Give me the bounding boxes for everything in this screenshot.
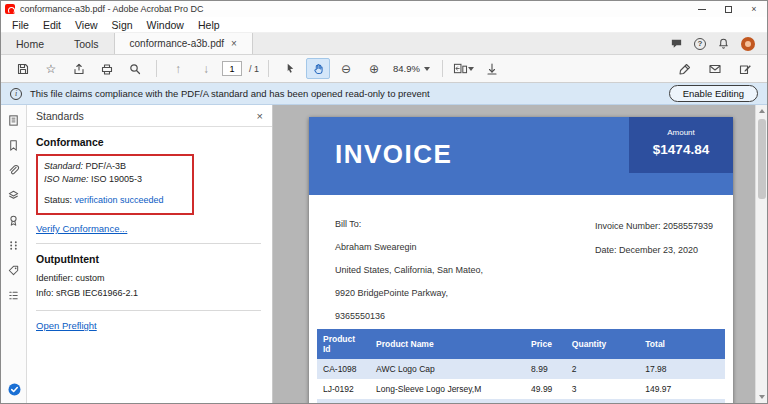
invoice-number: Invoice Number: 2058557939 [595,221,713,231]
tab-document[interactable]: conformance-a3b.pdf × [114,33,253,54]
notification-message: This file claims compliance with the PDF… [30,88,430,99]
page-up-icon: ↑ [175,63,181,75]
tab-bar: Home Tools conformance-a3b.pdf × ? [1,33,767,55]
menu-view[interactable]: View [68,18,105,32]
document-tab-label: conformance-a3b.pdf [130,38,225,49]
help-icon[interactable]: ? [694,38,706,50]
accessibility-tags-icon[interactable] [6,237,22,253]
standards-panel-icon[interactable] [6,381,22,397]
maximize-icon [725,6,732,13]
notifications-bell-icon[interactable] [717,37,730,50]
acrobat-window: conformance-a3b.pdf - Adobe Acrobat Pro … [0,0,768,404]
favorite-star-button[interactable]: ☆ [39,58,63,79]
tags-icon[interactable] [6,262,22,278]
document-area[interactable]: INVOICE Amount $1474.84 Bill To: Abraham… [273,105,755,403]
acrobat-app-icon [5,4,15,14]
hand-tool-button[interactable] [306,58,330,79]
scrollbar-thumb[interactable] [758,119,766,199]
iso-name-row: ISO Name: ISO 19005-3 [44,173,186,186]
verify-conformance-link[interactable]: Verify Conformance... [36,223,127,234]
panel-title: Standards [36,110,84,122]
zoom-in-button[interactable]: ⊕ [362,58,386,79]
tab-tools[interactable]: Tools [59,33,114,54]
toolbar-separator [268,60,269,77]
close-panel-icon[interactable]: × [257,110,263,122]
select-tool-button[interactable] [278,58,302,79]
table-row: CA-1098 AWC Logo Cap 8.99 2 17.98 [317,359,725,379]
user-avatar[interactable] [741,37,755,51]
share-button[interactable] [67,58,91,79]
standard-row: Standard: PDF/A-3B [44,160,186,173]
pdf-page: INVOICE Amount $1474.84 Bill To: Abraham… [309,117,733,403]
panel-divider [36,310,261,311]
window-title: conformance-a3b.pdf - Adobe Acrobat Pro … [20,4,204,14]
star-icon: ☆ [46,63,57,75]
table-row: So-B909-M Mountain Bike Socks,M 9.5 2 19 [317,399,725,403]
output-intent-heading: OutputIntent [36,253,263,265]
zoom-out-button[interactable]: ⊖ [334,58,358,79]
maximize-button[interactable] [715,1,741,17]
standards-panel: Standards × Conformance Standard: PDF/A-… [27,105,273,403]
status-value: verification succeeded [75,195,164,205]
toolbar-separator [442,60,443,77]
save-button[interactable] [11,58,35,79]
search-button[interactable] [123,58,147,79]
content-order-icon[interactable] [6,287,22,303]
title-bar: conformance-a3b.pdf - Adobe Acrobat Pro … [1,1,767,17]
minimize-button[interactable] [689,1,715,17]
bill-line: 9365550136 [335,311,483,321]
scroll-mode-button[interactable] [480,58,504,79]
fit-page-dropdown[interactable] [452,58,476,79]
enable-editing-button[interactable]: Enable Editing [669,85,758,102]
bookmarks-icon[interactable] [6,137,22,153]
tab-home[interactable]: Home [1,33,59,54]
comments-icon[interactable] [670,37,683,50]
email-button[interactable] [703,58,727,79]
toolbar-separator [156,60,157,77]
invoice-title: INVOICE [335,139,452,170]
amount-value: $1474.84 [629,142,733,157]
invoice-date: Date: December 23, 2020 [595,245,713,255]
close-window-button[interactable]: × [741,1,767,17]
bill-line: Abraham Swearegin [335,242,483,252]
vertical-scrollbar[interactable] [755,105,767,403]
status-row: Status: verification succeeded [44,194,186,207]
notification-bar: i This file claims compliance with the P… [1,83,767,105]
conformance-heading: Conformance [36,136,263,148]
menu-file[interactable]: File [5,18,36,32]
identifier-row: Identifier: custom [36,271,263,286]
bill-to-block: Bill To: Abraham Swearegin United States… [335,219,483,334]
page-number-input[interactable] [222,61,242,76]
menu-window[interactable]: Window [140,18,191,32]
scroll-up-arrow[interactable] [756,105,768,117]
scroll-down-arrow[interactable] [756,391,768,403]
menu-edit[interactable]: Edit [36,18,68,32]
close-tab-icon[interactable]: × [231,38,237,49]
menu-help[interactable]: Help [191,18,227,32]
triangle-up-icon [759,109,765,113]
previous-page-button[interactable]: ↑ [166,58,190,79]
open-preflight-link[interactable]: Open Preflight [36,320,97,331]
bill-to-label: Bill To: [335,219,483,229]
attachments-icon[interactable] [6,162,22,178]
info-icon: i [10,88,22,100]
zoom-level-dropdown[interactable]: 84.9% [390,63,433,74]
chevron-down-icon [424,67,430,71]
edit-pdf-button[interactable] [733,58,757,79]
invoice-table: Product Id Product Name Price Quantity T… [317,329,725,403]
page-down-icon: ↓ [203,63,209,75]
panel-divider [36,243,261,244]
print-button[interactable] [95,58,119,79]
menu-sign[interactable]: Sign [105,18,140,32]
table-row: LJ-0192 Long-Sleeve Logo Jersey,M 49.99 … [317,379,725,399]
signatures-icon[interactable] [6,212,22,228]
fill-sign-button[interactable] [673,58,697,79]
zoom-in-icon: ⊕ [369,63,379,75]
layers-icon[interactable] [6,187,22,203]
page-count-label: / 1 [249,64,259,74]
invoice-header: INVOICE Amount $1474.84 [309,117,733,195]
next-page-button[interactable]: ↓ [194,58,218,79]
bill-line: 9920 BridgePointe Parkway, [335,288,483,298]
zoom-level-value: 84.9% [393,63,420,74]
page-thumbnails-icon[interactable] [6,112,22,128]
